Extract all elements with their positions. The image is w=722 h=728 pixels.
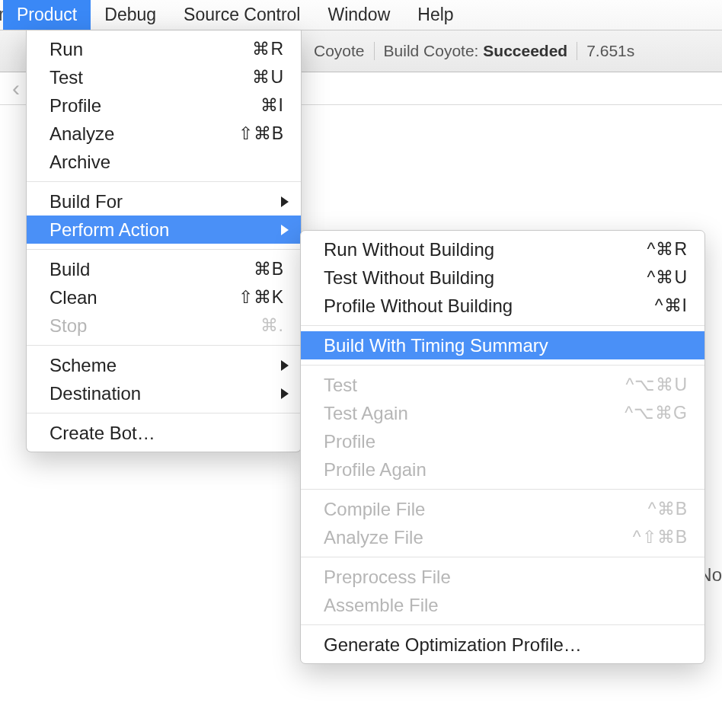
submenu-arrow-icon [281, 388, 289, 399]
menubar: r Product Debug Source Control Window He… [0, 0, 722, 30]
menubar-item-debug[interactable]: Debug [91, 0, 170, 30]
product-menu-item-build-for[interactable]: Build For [27, 187, 301, 216]
menubar-item-product[interactable]: Product [3, 0, 91, 30]
product-menu-item-test[interactable]: Test⌘U [27, 63, 301, 91]
perform-action-separator [301, 489, 704, 490]
menu-item-label: Test Again [324, 403, 604, 424]
product-menu-item-run[interactable]: Run⌘R [27, 35, 301, 63]
menu-item-shortcut: ^⌘B [604, 499, 688, 519]
build-status-box: Coyote Build Coyote: Succeeded 7.651s [305, 37, 644, 65]
perform-action-item-profile-again: Profile Again [301, 455, 704, 484]
perform-action-item-test-again: Test Again^⌥⌘G [301, 399, 704, 427]
product-menu-item-archive[interactable]: Archive [27, 148, 301, 176]
perform-action-item-profile-without-building[interactable]: Profile Without Building^⌘I [301, 292, 704, 320]
product-menu-separator [27, 249, 301, 250]
menu-item-label: Analyze [50, 123, 200, 145]
build-status: Build Coyote: Succeeded [375, 42, 578, 60]
perform-action-item-run-without-building[interactable]: Run Without Building^⌘R [301, 235, 704, 263]
perform-action-item-generate-optimization-profile[interactable]: Generate Optimization Profile… [301, 631, 704, 659]
perform-action-item-test: Test^⌥⌘U [301, 371, 704, 399]
perform-action-item-test-without-building[interactable]: Test Without Building^⌘U [301, 263, 704, 292]
menubar-item-help[interactable]: Help [404, 0, 467, 30]
perform-action-separator [301, 557, 704, 557]
submenu-arrow-icon [281, 196, 289, 207]
menu-item-label: Test [324, 375, 604, 396]
product-menu-item-analyze[interactable]: Analyze⇧⌘B [27, 120, 301, 148]
menu-item-shortcut: ⌘R [200, 39, 284, 59]
menu-item-label: Profile Again [324, 459, 688, 481]
menu-item-label: Build [50, 259, 200, 280]
product-menu-item-destination[interactable]: Destination [27, 379, 301, 407]
menubar-item-window[interactable]: Window [314, 0, 404, 30]
perform-action-item-preprocess-file: Preprocess File [301, 563, 704, 591]
menu-item-label: Test Without Building [324, 267, 604, 289]
perform-action-item-profile: Profile [301, 427, 704, 455]
perform-action-separator [301, 325, 704, 326]
menu-item-label: Destination [50, 383, 284, 404]
product-menu-separator [27, 181, 301, 182]
build-status-value: Succeeded [483, 42, 567, 59]
menu-item-label: Generate Optimization Profile… [324, 634, 688, 656]
perform-action-item-build-with-timing-summary[interactable]: Build With Timing Summary [301, 331, 704, 359]
menu-item-label: Compile File [324, 499, 604, 520]
product-menu-item-stop: Stop⌘. [27, 311, 301, 340]
menu-item-label: Assemble File [324, 595, 688, 616]
menu-item-shortcut: ⌘U [200, 67, 284, 88]
menu-item-label: Test [50, 67, 200, 88]
menu-item-label: Clean [50, 287, 200, 308]
build-target: Coyote [305, 42, 375, 60]
perform-action-item-analyze-file: Analyze File^⇧⌘B [301, 523, 704, 551]
product-menu-item-create-bot[interactable]: Create Bot… [27, 419, 301, 447]
product-menu-item-build[interactable]: Build⌘B [27, 255, 301, 283]
perform-action-separator [301, 365, 704, 366]
menu-item-shortcut: ^⌥⌘U [604, 375, 688, 395]
menu-item-label: Preprocess File [324, 567, 688, 588]
menu-item-label: Profile [50, 95, 200, 117]
menu-item-shortcut: ^⌘U [604, 267, 688, 288]
product-menu-item-profile[interactable]: Profile⌘I [27, 91, 301, 120]
build-status-prefix: Build Coyote: [384, 42, 479, 59]
menu-item-shortcut: ^⇧⌘B [604, 527, 688, 548]
product-menu-item-clean[interactable]: Clean⇧⌘K [27, 283, 301, 311]
menu-item-label: Run Without Building [324, 239, 604, 260]
back-chevron-icon[interactable]: ‹ [6, 75, 26, 101]
perform-action-item-assemble-file: Assemble File [301, 591, 704, 619]
product-menu-separator [27, 345, 301, 346]
menu-item-label: Build With Timing Summary [324, 335, 688, 356]
product-menu: Run⌘RTest⌘UProfile⌘IAnalyze⇧⌘BArchiveBui… [26, 30, 302, 452]
submenu-arrow-icon [281, 225, 289, 235]
menu-item-label: Scheme [50, 355, 284, 376]
menu-item-label: Profile Without Building [324, 295, 604, 317]
menu-item-label: Create Bot… [50, 423, 284, 444]
menu-item-label: Run [50, 39, 200, 60]
menu-item-label: Analyze File [324, 527, 604, 548]
product-menu-item-perform-action[interactable]: Perform Action [27, 216, 301, 244]
build-time: 7.651s [577, 42, 644, 60]
menu-item-shortcut: ^⌘I [604, 295, 688, 316]
perform-action-submenu: Run Without Building^⌘RTest Without Buil… [300, 230, 705, 664]
menu-item-label: Archive [50, 152, 284, 173]
menu-item-shortcut: ⇧⌘K [200, 287, 284, 308]
menubar-item-source-control[interactable]: Source Control [170, 0, 314, 30]
menu-item-shortcut: ^⌘R [604, 239, 688, 260]
menu-item-shortcut: ⇧⌘B [200, 123, 284, 144]
menu-item-label: Stop [50, 315, 200, 337]
product-menu-separator [27, 413, 301, 413]
menu-item-label: Profile [324, 431, 688, 452]
menu-item-shortcut: ^⌥⌘G [604, 403, 688, 423]
menu-item-shortcut: ⌘I [200, 95, 284, 116]
menu-item-label: Perform Action [50, 219, 284, 241]
perform-action-item-compile-file: Compile File^⌘B [301, 495, 704, 523]
menu-item-shortcut: ⌘. [200, 315, 284, 336]
perform-action-separator [301, 624, 704, 625]
submenu-arrow-icon [281, 360, 289, 371]
product-menu-item-scheme[interactable]: Scheme [27, 351, 301, 379]
menu-item-label: Build For [50, 191, 284, 212]
menu-item-shortcut: ⌘B [200, 259, 284, 279]
